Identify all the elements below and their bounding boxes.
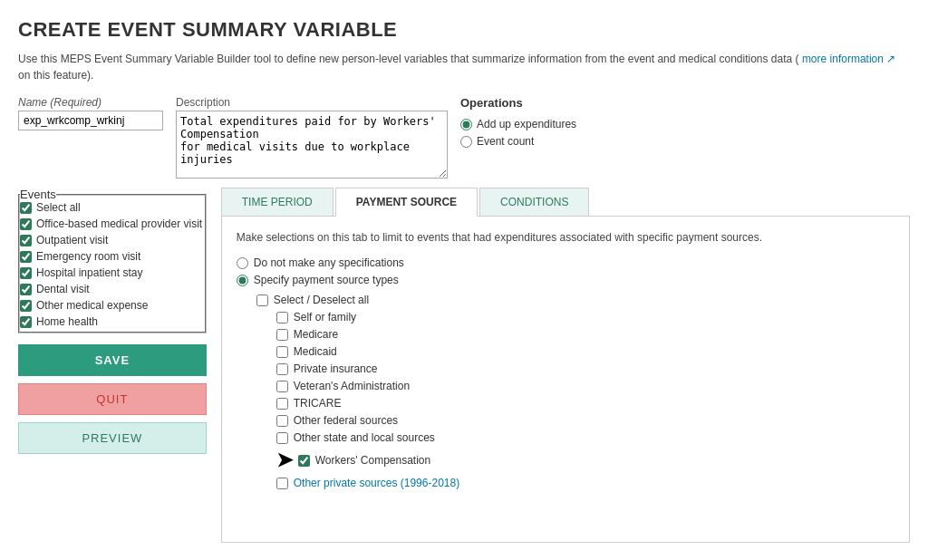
event-label-1: Outpatient visit bbox=[36, 234, 108, 246]
event-label-0: Office-based medical provider visit bbox=[36, 217, 202, 230]
event-checkbox-1[interactable] bbox=[20, 235, 32, 246]
source-checkbox-4[interactable] bbox=[276, 381, 288, 392]
source-other-private[interactable]: Other private sources (1996-2018) bbox=[276, 477, 894, 489]
name-label: Name (Required) bbox=[18, 96, 163, 109]
list-item[interactable]: Hospital inpatient stay bbox=[20, 266, 205, 279]
event-checkbox-2[interactable] bbox=[20, 251, 32, 263]
description-textarea[interactable]: Total expenditures paid for by Workers' … bbox=[176, 111, 448, 179]
radio-specify-text: Specify payment source types bbox=[254, 274, 399, 286]
event-checkbox-3[interactable] bbox=[20, 267, 32, 279]
save-button[interactable]: SAVE bbox=[18, 344, 207, 376]
op-add-up-label[interactable]: Add up expenditures bbox=[460, 118, 576, 130]
select-all-item[interactable]: Select all bbox=[20, 201, 205, 214]
operations-label: Operations bbox=[460, 96, 576, 110]
event-checkbox-6[interactable] bbox=[20, 316, 32, 328]
source-checkbox-7[interactable] bbox=[276, 432, 288, 444]
tab-content-payment-source: Make selections on this tab to limit to … bbox=[221, 217, 910, 543]
event-checkbox-0[interactable] bbox=[20, 218, 32, 230]
workers-comp-row: ➤ Workers' Compensation bbox=[276, 449, 894, 472]
radio-specify[interactable] bbox=[237, 275, 248, 286]
source-checkbox-8[interactable] bbox=[298, 455, 310, 467]
page-title: CREATE EVENT SUMMARY VARIABLE bbox=[18, 18, 910, 42]
source-checkbox-5[interactable] bbox=[276, 398, 288, 410]
list-item[interactable]: Outpatient visit bbox=[20, 234, 205, 246]
source-checkbox-2[interactable] bbox=[276, 346, 288, 358]
source-private-insurance[interactable]: Private insurance bbox=[276, 362, 894, 375]
event-checkbox-4[interactable] bbox=[20, 284, 32, 295]
source-other-federal[interactable]: Other federal sources bbox=[276, 414, 894, 427]
more-info-link[interactable]: more information ↗ bbox=[802, 53, 895, 65]
source-checkbox-1[interactable] bbox=[276, 329, 288, 341]
quit-button[interactable]: QUIT bbox=[18, 383, 207, 415]
list-item[interactable]: Office-based medical provider visit bbox=[20, 217, 205, 230]
event-label-5: Other medical expense bbox=[36, 299, 148, 312]
op-event-count-label[interactable]: Event count bbox=[460, 135, 576, 148]
source-workers-comp[interactable]: Workers' Compensation bbox=[298, 454, 430, 467]
event-label-4: Dental visit bbox=[36, 283, 90, 295]
source-medicaid[interactable]: Medicaid bbox=[276, 345, 894, 358]
description-label: Description bbox=[176, 96, 448, 109]
list-item[interactable]: Home health bbox=[20, 315, 205, 328]
select-all-label: Select all bbox=[36, 201, 81, 214]
intro-text: Use this MEPS Event Summary Variable Bui… bbox=[18, 51, 910, 83]
events-legend: Events bbox=[20, 188, 56, 201]
right-panel: TIME PERIOD PAYMENT SOURCE CONDITIONS Ma… bbox=[221, 188, 910, 543]
event-label-6: Home health bbox=[36, 315, 98, 328]
list-item[interactable]: Dental visit bbox=[20, 283, 205, 295]
radio-group-payment: Do not make any specifications Specify p… bbox=[237, 256, 894, 286]
tab-time-period[interactable]: TIME PERIOD bbox=[221, 188, 334, 216]
name-input[interactable] bbox=[18, 111, 163, 130]
preview-button[interactable]: PREVIEW bbox=[18, 422, 207, 454]
source-tricare[interactable]: TRICARE bbox=[276, 397, 894, 410]
select-deselect-all-item[interactable]: Select / Deselect all bbox=[256, 294, 894, 306]
radio-specify-label[interactable]: Specify payment source types bbox=[237, 274, 894, 286]
select-deselect-all-label: Select / Deselect all bbox=[274, 294, 369, 306]
source-other-state-local[interactable]: Other state and local sources bbox=[276, 431, 894, 444]
tab-payment-source[interactable]: PAYMENT SOURCE bbox=[335, 188, 478, 217]
events-panel: Events Select all Office-based medical p… bbox=[18, 188, 207, 333]
source-medicare[interactable]: Medicare bbox=[276, 328, 894, 341]
event-label-3: Hospital inpatient stay bbox=[36, 266, 142, 279]
sources-group: Select / Deselect all Self or family Med… bbox=[237, 294, 894, 489]
op-event-count-radio[interactable] bbox=[460, 136, 472, 148]
source-self-family[interactable]: Self or family bbox=[276, 311, 894, 323]
radio-no-spec[interactable] bbox=[237, 257, 248, 269]
op-add-up-radio[interactable] bbox=[460, 119, 472, 130]
source-va[interactable]: Veteran's Administration bbox=[276, 380, 894, 392]
radio-no-spec-text: Do not make any specifications bbox=[254, 256, 404, 269]
event-label-2: Emergency room visit bbox=[36, 250, 140, 263]
source-checkbox-3[interactable] bbox=[276, 363, 288, 375]
events-list: Select all Office-based medical provider… bbox=[20, 201, 205, 328]
source-checkbox-6[interactable] bbox=[276, 415, 288, 427]
list-item[interactable]: Emergency room visit bbox=[20, 250, 205, 263]
arrow-icon: ➤ bbox=[276, 449, 293, 472]
tabs-bar: TIME PERIOD PAYMENT SOURCE CONDITIONS bbox=[221, 188, 910, 217]
select-all-checkbox[interactable] bbox=[20, 202, 32, 214]
source-checkbox-9[interactable] bbox=[276, 478, 288, 489]
source-checkbox-0[interactable] bbox=[276, 312, 288, 323]
tab-conditions[interactable]: CONDITIONS bbox=[479, 188, 589, 216]
event-checkbox-5[interactable] bbox=[20, 300, 32, 312]
sources-list: Self or family Medicare Medicaid Private… bbox=[256, 311, 894, 489]
list-item[interactable]: Other medical expense bbox=[20, 299, 205, 312]
select-deselect-all-checkbox[interactable] bbox=[256, 294, 268, 306]
radio-no-spec-label[interactable]: Do not make any specifications bbox=[237, 256, 894, 269]
payment-source-description: Make selections on this tab to limit to … bbox=[237, 229, 894, 246]
